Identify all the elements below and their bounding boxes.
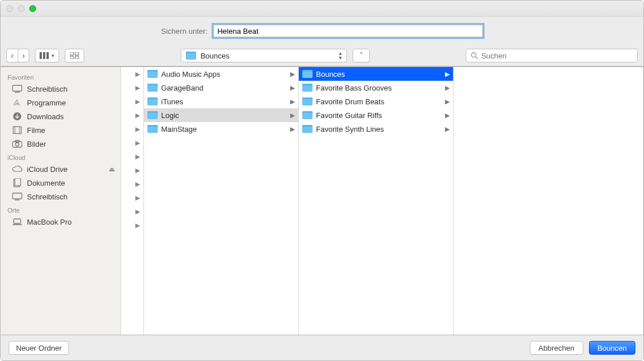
cloud-icon [12,164,22,174]
chevron-right-icon: › [22,51,25,60]
sidebar-item[interactable]: ⩓Programme [1,96,120,109]
sidebar-item[interactable]: Downloads [1,109,120,123]
folder-row[interactable]: Audio Music Apps▶ [144,67,298,81]
sidebar-item[interactable]: Dokumente [1,176,120,190]
sidebar-item-label: Dokumente [27,179,65,187]
folder-row[interactable]: Logic▶ [144,108,298,122]
stub-row: ▶ [121,205,143,218]
svg-line-8 [475,57,478,59]
chevron-down-icon: ▾ [52,53,54,58]
desktop-icon [12,84,22,94]
folder-icon [147,125,158,133]
chevron-right-icon: ▶ [135,98,140,105]
back-button[interactable]: ‹ [6,49,18,62]
sidebar-item[interactable]: Bilder [1,137,120,151]
desktop-icon [12,191,22,202]
folder-label: MainStage [161,125,197,134]
stub-row: ▶ [121,163,143,177]
sidebar-item-label: Bilder [27,140,46,148]
apps-icon: ⩓ [12,97,22,108]
sidebar-item[interactable]: Schreibtisch [1,190,120,203]
sidebar-item[interactable]: iCloud Drive⏏ [1,162,120,176]
svg-rect-1 [43,52,45,59]
folder-row[interactable]: GarageBand▶ [144,81,298,95]
zoom-window-button[interactable] [29,5,36,12]
cancel-button[interactable]: Abbrechen [530,341,583,355]
sidebar-item-label: iCloud Drive [27,165,68,174]
folder-row[interactable]: Favorite Guitar Riffs▶ [299,108,453,122]
pictures-icon [12,139,22,149]
stub-row: ▶ [121,218,143,232]
svg-point-17 [15,143,19,146]
column-view-icon [40,52,50,59]
folder-row[interactable]: MainStage▶ [144,122,298,136]
svg-text:⩓: ⩓ [13,98,21,107]
folder-grid-icon [70,52,79,59]
sidebar-item-label: Schreibtisch [27,193,68,201]
sidebar-item-label: Filme [27,126,45,135]
folder-icon [302,125,313,133]
folder-row[interactable]: Bounces▶ [299,67,453,81]
svg-rect-9 [13,85,22,91]
group-button[interactable] [65,49,84,62]
search-input[interactable] [481,52,633,60]
parent-folder-button[interactable]: ˄ [353,49,370,62]
folder-icon [147,70,158,78]
column-3-empty [454,67,643,335]
updown-icon: ▴▾ [339,51,342,60]
svg-rect-0 [40,52,42,59]
save-dialog-window: Sichern unter: ‹ › ▾ Bounces ▴▾ ˄ Favori… [0,0,644,361]
folder-icon [147,84,158,92]
sidebar-section-header: Orte [1,203,120,215]
sidebar-item-label: Schreibtisch [27,85,68,93]
chevron-left-icon: ‹ [11,51,14,60]
confirm-button[interactable]: Bouncen [589,341,635,355]
chevron-right-icon: ▶ [290,70,295,78]
column-2: Bounces▶Favorite Bass Grooves▶Favorite D… [299,67,454,335]
svg-rect-21 [13,193,22,199]
sidebar-item[interactable]: Schreibtisch [1,82,120,96]
chevron-right-icon: ▶ [445,125,450,133]
sidebar-item[interactable]: Filme [1,123,120,137]
titlebar [1,1,643,17]
column-browser: ▶▶▶▶▶▶▶▶▶▶▶▶ Audio Music Apps▶GarageBand… [121,67,643,335]
svg-rect-3 [70,52,73,55]
column-1: Audio Music Apps▶GarageBand▶iTunes▶Logic… [144,67,299,335]
folder-icon [302,111,313,119]
folder-icon [186,52,196,60]
chevron-right-icon: ▶ [135,125,140,133]
chevron-right-icon: ▶ [445,112,450,119]
sidebar-section-header: iCloud [1,151,120,162]
chevron-right-icon: ▶ [135,180,140,188]
folder-row[interactable]: Favorite Drum Beats▶ [299,95,453,108]
save-as-input[interactable] [213,25,483,37]
svg-rect-5 [70,56,73,59]
chevron-right-icon: ▶ [135,70,140,78]
search-icon [471,52,478,60]
folder-label: Audio Music Apps [161,70,220,79]
close-window-button[interactable] [6,5,13,12]
chevron-right-icon: ▶ [135,222,140,229]
content-area: FavoritenSchreibtisch⩓ProgrammeDownloads… [1,66,643,335]
forward-button[interactable]: › [18,49,30,62]
eject-icon[interactable]: ⏏ [109,166,115,173]
svg-rect-23 [14,219,21,223]
folder-row[interactable]: iTunes▶ [144,95,298,108]
stub-row: ▶ [121,67,143,81]
save-as-label: Sichern unter: [161,27,208,36]
folder-row[interactable]: Favorite Synth Lines▶ [299,122,453,136]
folder-icon [147,97,158,105]
view-mode-button[interactable]: ▾ [35,49,59,62]
sidebar-item[interactable]: MacBook Pro [1,215,120,229]
minimize-window-button[interactable] [18,5,25,12]
path-selector[interactable]: Bounces ▴▾ [181,49,347,62]
folder-row[interactable]: Favorite Bass Grooves▶ [299,81,453,95]
chevron-right-icon: ▶ [135,194,140,202]
new-folder-button[interactable]: Neuer Ordner [9,341,69,355]
laptop-icon [12,217,22,227]
svg-rect-2 [46,52,49,59]
search-field[interactable] [466,49,638,62]
toolbar: ‹ › ▾ Bounces ▴▾ ˄ [1,45,643,66]
chevron-right-icon: ▶ [135,153,140,160]
stub-row: ▶ [121,122,143,136]
